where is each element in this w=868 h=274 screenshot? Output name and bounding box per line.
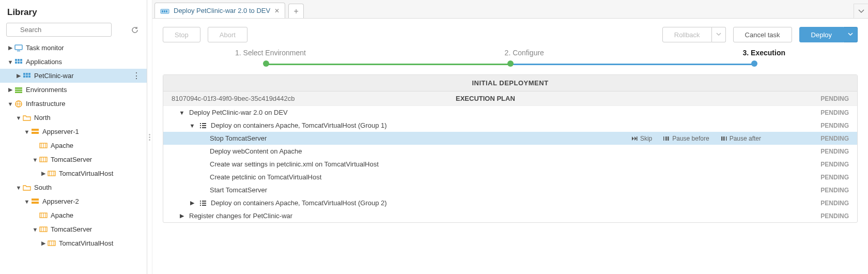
svg-rect-18 [15, 92, 22, 93]
apps-icon [14, 58, 23, 66]
deploy-icon [160, 7, 169, 14]
svg-rect-51 [164, 10, 165, 12]
cancel-task-button[interactable]: Cancel task [733, 27, 792, 42]
svg-rect-4 [15, 59, 17, 61]
container-icon [39, 156, 48, 163]
tree-item-applications[interactable]: ▼ Applications [0, 55, 147, 69]
action-bar: Stop Abort Rollback Cancel task Deploy [163, 27, 858, 42]
list-icon [199, 200, 207, 206]
infra-icon [14, 100, 23, 108]
tab-label: Deploy PetClinic-war 2.0 to DEV [174, 7, 270, 14]
refresh-button[interactable] [129, 24, 141, 36]
tree-item-tomcatvh-1[interactable]: ▶ TomcatVirtualHost [0, 166, 147, 180]
svg-rect-63 [721, 136, 723, 141]
container-icon [48, 170, 56, 177]
deploy-button[interactable]: Deploy [799, 27, 844, 42]
svg-rect-6 [20, 59, 22, 61]
tree-item-environments[interactable]: ▶ Environments [0, 83, 147, 97]
tab-deploy[interactable]: Deploy PetClinic-war 2.0 to DEV ✕ [154, 3, 285, 18]
pause-after-icon [721, 136, 727, 141]
rollback-group: Rollback [662, 27, 726, 42]
folder-icon [23, 184, 31, 191]
pause-after-action[interactable]: Pause after [721, 135, 761, 142]
list-icon [199, 123, 207, 129]
wizard-step-1: 1. Select Environment [235, 49, 306, 57]
skip-action[interactable]: Skip [631, 135, 652, 142]
tree-item-tomcatserver-1[interactable]: ▼ TomcatServer [0, 153, 147, 166]
svg-rect-50 [162, 10, 163, 12]
svg-rect-21 [32, 129, 39, 131]
library-tree: ▶ Task monitor ▼ Applications ▶ PetClini… [0, 41, 147, 274]
wizard-step-3: 3. Execution [743, 49, 785, 57]
rollback-dropdown[interactable] [712, 27, 726, 42]
tree-item-appserver-2[interactable]: ▼ Appserver-2 [0, 194, 147, 208]
tree-item-tomcatserver-2[interactable]: ▼ TomcatServer [0, 222, 147, 236]
plan-header: 8107094c-01f3-49f0-9bec-35c419d442cb EXE… [163, 92, 857, 106]
task-row[interactable]: Create war settings in petclinic.xml on … [163, 158, 857, 171]
svg-rect-64 [723, 136, 725, 141]
svg-rect-59 [637, 136, 638, 141]
execution-panel: INITIAL DEPLOYMENT 8107094c-01f3-49f0-9b… [163, 74, 858, 223]
svg-rect-62 [668, 136, 669, 141]
plan-id: 8107094c-01f3-49f0-9bec-35c419d442cb [172, 95, 456, 102]
pause-before-action[interactable]: Pause before [663, 135, 709, 142]
plan-title: EXECUTION PLAN [456, 95, 792, 102]
svg-rect-13 [23, 75, 25, 78]
tree-item-south[interactable]: ▼ South [0, 180, 147, 194]
tree-item-task-monitor[interactable]: ▶ Task monitor [0, 41, 147, 55]
chevron-down-icon [716, 32, 721, 37]
panel-header: INITIAL DEPLOYMENT [163, 75, 857, 92]
svg-rect-5 [18, 59, 20, 61]
svg-rect-60 [663, 136, 664, 141]
task-row[interactable]: ▼ Deploy on containers Apache, TomcatVir… [163, 119, 857, 132]
svg-rect-7 [15, 62, 17, 64]
task-row[interactable]: Create petclinic on TomcatVirtualHost PE… [163, 171, 857, 184]
container-icon [39, 142, 48, 149]
sidebar-title: Library [0, 0, 147, 23]
tree-item-apache-1[interactable]: Apache [0, 139, 147, 153]
stop-button[interactable]: Stop [163, 27, 200, 42]
wizard-steps: 1. Select Environment 2. Configure 3. Ex… [235, 49, 785, 57]
svg-rect-15 [28, 75, 30, 78]
task-row[interactable]: Deploy webContent on Apache PENDING [163, 145, 857, 158]
svg-rect-65 [726, 136, 727, 141]
close-icon[interactable]: ✕ [274, 7, 280, 14]
pause-before-icon [663, 136, 670, 141]
task-row[interactable]: Start TomcatServer PENDING [163, 184, 857, 196]
tree-item-north[interactable]: ▼ North [0, 111, 147, 125]
svg-rect-52 [166, 10, 167, 12]
svg-rect-8 [18, 62, 20, 64]
svg-rect-11 [26, 73, 28, 75]
add-tab-button[interactable]: + [288, 4, 304, 18]
apps-icon [23, 72, 31, 80]
wizard-progress [266, 60, 754, 67]
tree-item-infrastructure[interactable]: ▼ Infrastructure [0, 97, 147, 111]
task-row-selected[interactable]: Stop TomcatServer Skip Pause before Paus… [163, 132, 857, 145]
tree-item-appserver-1[interactable]: ▼ Appserver-1 [0, 125, 147, 139]
server-icon [31, 198, 39, 205]
tree-item-apache-2[interactable]: Apache [0, 208, 147, 222]
splitter-handle[interactable] [147, 0, 152, 274]
tree-item-tomcatvh-2[interactable]: ▶ TomcatVirtualHost [0, 236, 147, 250]
rollback-button[interactable]: Rollback [662, 27, 712, 42]
svg-rect-35 [32, 199, 39, 201]
search-input[interactable] [6, 23, 112, 37]
task-row[interactable]: ▶Register changes for PetClinic-war PEND… [163, 209, 857, 222]
tree-item-petclinic-war[interactable]: ▶ PetClinic-war ⋮ [0, 69, 147, 83]
task-row[interactable]: ▶ Deploy on containers Apache, TomcatVir… [163, 196, 857, 209]
container-icon [39, 212, 48, 219]
svg-rect-2 [15, 45, 22, 50]
svg-rect-61 [665, 136, 667, 141]
svg-rect-12 [28, 73, 30, 75]
abort-button[interactable]: Abort [208, 27, 247, 42]
task-row[interactable]: ▼Deploy PetClinic-war 2.0 on DEV PENDING [163, 106, 857, 119]
env-icon [14, 86, 23, 94]
monitor-icon [14, 44, 23, 52]
kebab-icon[interactable]: ⋮ [132, 71, 143, 81]
svg-rect-22 [32, 132, 39, 134]
tabs-more-button[interactable] [854, 4, 868, 18]
deploy-dropdown[interactable] [844, 27, 858, 42]
svg-rect-14 [26, 75, 28, 78]
chevron-down-icon [848, 32, 853, 37]
wizard-step-2: 2. Configure [505, 49, 544, 57]
